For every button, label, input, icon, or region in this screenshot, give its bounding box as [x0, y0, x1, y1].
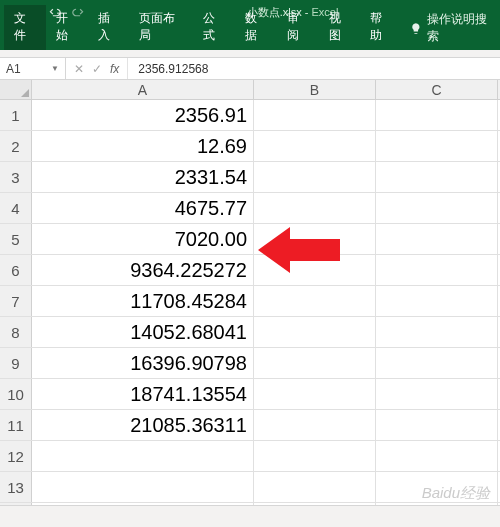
row-header[interactable]: 12 — [0, 441, 32, 471]
cell[interactable]: 21085.36311 — [32, 410, 254, 440]
select-all-corner[interactable] — [0, 80, 32, 99]
table-row: 711708.45284 — [0, 286, 500, 317]
cell[interactable]: 2331.54 — [32, 162, 254, 192]
cell[interactable] — [254, 193, 376, 223]
table-row: 69364.225272 — [0, 255, 500, 286]
formula-buttons: ✕ ✓ fx — [66, 58, 128, 79]
cell[interactable] — [32, 441, 254, 471]
cell[interactable] — [376, 224, 498, 254]
cell[interactable] — [254, 472, 376, 502]
cell[interactable]: 14052.68041 — [32, 317, 254, 347]
cell[interactable] — [376, 286, 498, 316]
table-row: 32331.54 — [0, 162, 500, 193]
cell[interactable]: 18741.13554 — [32, 379, 254, 409]
lightbulb-icon — [410, 22, 422, 35]
spreadsheet-grid: A B C 12356.91 212.69 32331.54 44675.77 … — [0, 80, 500, 523]
cell[interactable] — [254, 255, 376, 285]
enter-icon[interactable]: ✓ — [92, 62, 102, 76]
tab-formulas[interactable]: 公式 — [193, 5, 235, 50]
row-header[interactable]: 13 — [0, 472, 32, 502]
column-header-C[interactable]: C — [376, 80, 498, 99]
ribbon-tabs: 文件 开始 插入 页面布局 公式 数据 审阅 视图 帮助 操作说明搜索 — [0, 24, 500, 50]
cell[interactable] — [376, 255, 498, 285]
cell[interactable] — [376, 441, 498, 471]
cell[interactable] — [254, 410, 376, 440]
cell[interactable]: 12.69 — [32, 131, 254, 161]
table-row: 212.69 — [0, 131, 500, 162]
row-header[interactable]: 10 — [0, 379, 32, 409]
cell[interactable]: 9364.225272 — [32, 255, 254, 285]
name-box[interactable]: A1 ▼ — [0, 58, 66, 79]
cell[interactable] — [376, 317, 498, 347]
row-header[interactable]: 4 — [0, 193, 32, 223]
cell[interactable]: 7020.00 — [32, 224, 254, 254]
tab-file[interactable]: 文件 — [4, 5, 46, 50]
sheet-tabs — [0, 505, 500, 527]
column-header-A[interactable]: A — [32, 80, 254, 99]
table-row: 916396.90798 — [0, 348, 500, 379]
cell[interactable] — [376, 100, 498, 130]
row-header[interactable]: 3 — [0, 162, 32, 192]
table-row: 1018741.13554 — [0, 379, 500, 410]
cell[interactable] — [254, 317, 376, 347]
cell[interactable]: 2356.91 — [32, 100, 254, 130]
table-row: 814052.68041 — [0, 317, 500, 348]
formula-input[interactable]: 2356.912568 — [128, 62, 208, 76]
cancel-icon[interactable]: ✕ — [74, 62, 84, 76]
cell[interactable] — [376, 162, 498, 192]
row-header[interactable]: 1 — [0, 100, 32, 130]
cell[interactable]: 4675.77 — [32, 193, 254, 223]
tab-review[interactable]: 审阅 — [277, 5, 319, 50]
column-headers: A B C — [0, 80, 500, 100]
tell-me-search[interactable]: 操作说明搜索 — [402, 6, 500, 50]
tab-help[interactable]: 帮助 — [360, 5, 402, 50]
cell[interactable] — [254, 224, 376, 254]
row-header[interactable]: 11 — [0, 410, 32, 440]
tab-insert[interactable]: 插入 — [88, 5, 130, 50]
table-row: 57020.00 — [0, 224, 500, 255]
tell-me-label: 操作说明搜索 — [427, 11, 492, 45]
table-row: 12356.91 — [0, 100, 500, 131]
cell[interactable] — [254, 131, 376, 161]
row-header[interactable]: 9 — [0, 348, 32, 378]
row-header[interactable]: 7 — [0, 286, 32, 316]
cell[interactable] — [254, 286, 376, 316]
fx-icon[interactable]: fx — [110, 62, 119, 76]
formula-bar: A1 ▼ ✕ ✓ fx 2356.912568 — [0, 58, 500, 80]
row-header[interactable]: 2 — [0, 131, 32, 161]
tab-view[interactable]: 视图 — [319, 5, 361, 50]
cell[interactable] — [254, 348, 376, 378]
cell[interactable] — [32, 472, 254, 502]
table-row: 44675.77 — [0, 193, 500, 224]
table-row: 13 — [0, 472, 500, 503]
tab-data[interactable]: 数据 — [235, 5, 277, 50]
cell[interactable] — [254, 100, 376, 130]
cell[interactable] — [376, 410, 498, 440]
ribbon-strip — [0, 50, 500, 58]
row-header[interactable]: 8 — [0, 317, 32, 347]
table-row: 12 — [0, 441, 500, 472]
table-row: 1121085.36311 — [0, 410, 500, 441]
chevron-down-icon[interactable]: ▼ — [51, 64, 59, 73]
name-box-value: A1 — [6, 62, 21, 76]
cell[interactable] — [254, 441, 376, 471]
column-header-B[interactable]: B — [254, 80, 376, 99]
cell[interactable] — [376, 348, 498, 378]
cell[interactable] — [376, 193, 498, 223]
cell[interactable] — [254, 162, 376, 192]
cell[interactable] — [376, 472, 498, 502]
row-header[interactable]: 6 — [0, 255, 32, 285]
cell[interactable]: 11708.45284 — [32, 286, 254, 316]
cell[interactable] — [376, 379, 498, 409]
cell[interactable] — [254, 379, 376, 409]
tab-home[interactable]: 开始 — [46, 5, 88, 50]
tab-page-layout[interactable]: 页面布局 — [129, 5, 193, 50]
cell[interactable] — [376, 131, 498, 161]
row-header[interactable]: 5 — [0, 224, 32, 254]
cell[interactable]: 16396.90798 — [32, 348, 254, 378]
